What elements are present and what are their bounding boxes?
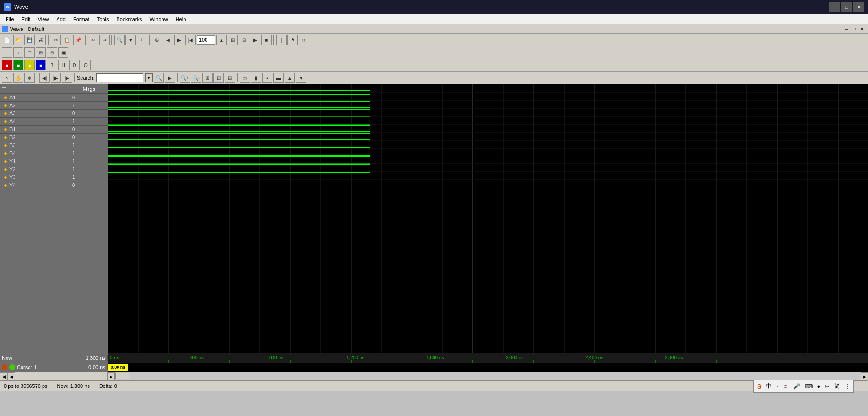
wave-mode6-btn[interactable]: ▼ bbox=[296, 73, 306, 83]
signal-panel-menu[interactable]: ☰ bbox=[2, 86, 6, 91]
new-button[interactable]: 📄 bbox=[2, 35, 12, 45]
print-button[interactable]: 🖨 bbox=[36, 35, 46, 45]
scroll-left-btn[interactable]: ◀ bbox=[0, 372, 7, 381]
fit-btn[interactable]: ⊞ bbox=[228, 35, 238, 45]
menu-bookmarks[interactable]: Bookmarks bbox=[112, 15, 146, 23]
copy-button[interactable]: 📋 bbox=[62, 35, 72, 45]
expand-icon-a1[interactable]: ◆ bbox=[4, 95, 7, 100]
zoom-in-wave-btn[interactable]: 🔍+ bbox=[180, 73, 190, 83]
paste-button[interactable]: 📌 bbox=[73, 35, 83, 45]
open-button[interactable]: 📂 bbox=[13, 35, 23, 45]
sub-restore-button[interactable]: ─ bbox=[843, 26, 850, 32]
filter-btn[interactable]: ▼ bbox=[125, 35, 136, 45]
ime-tool1-item[interactable]: ♦ bbox=[816, 382, 822, 391]
cut-button[interactable]: ✂ bbox=[51, 35, 61, 45]
menu-file[interactable]: File bbox=[2, 15, 18, 23]
expand-btn[interactable]: ⊞ bbox=[36, 47, 46, 58]
ime-mic-item[interactable]: 🎤 bbox=[792, 382, 802, 391]
search-dropdown[interactable]: ▼ bbox=[145, 73, 153, 82]
expand-icon-a4[interactable]: ◆ bbox=[4, 119, 7, 124]
zoom-fit-btn[interactable]: ⊟ bbox=[239, 35, 249, 45]
scroll-right-btn2[interactable]: ▶ bbox=[107, 372, 115, 381]
save-button[interactable]: 💾 bbox=[24, 35, 35, 45]
wave-mode5-btn[interactable]: ▲ bbox=[285, 73, 295, 83]
timeline-area[interactable]: 0 ns 400 ns 800 ns 1,200 ns 1,600 ns 2,0… bbox=[108, 353, 868, 363]
waveform-panel[interactable] bbox=[108, 84, 868, 353]
maximize-button[interactable]: □ bbox=[841, 2, 852, 12]
ime-s-item[interactable]: S bbox=[756, 382, 763, 391]
insert-btn[interactable]: ◀ bbox=[163, 35, 173, 45]
zoom-fit-wave-btn[interactable]: ⊡ bbox=[213, 73, 224, 83]
remove-btn[interactable]: ▶ bbox=[174, 35, 184, 45]
undo-button[interactable]: ↩ bbox=[88, 35, 98, 45]
expand-icon-b3[interactable]: ◆ bbox=[4, 143, 7, 148]
zoom-in-btn[interactable]: + bbox=[137, 35, 147, 45]
signal-down-btn[interactable]: ↓ bbox=[13, 47, 23, 58]
cursor-timeline[interactable]: 0.00 ns bbox=[108, 363, 868, 372]
zoom-up-btn[interactable]: ▲ bbox=[216, 35, 227, 45]
expand-icon-a3[interactable]: ◆ bbox=[4, 111, 7, 116]
step-btn[interactable]: |◀ bbox=[185, 35, 196, 45]
expand-icon-y3[interactable]: ◆ bbox=[4, 175, 7, 179]
find-next-btn[interactable]: ▶ bbox=[165, 73, 175, 83]
sub-maximize-button[interactable]: □ bbox=[851, 26, 858, 32]
next-edge-btn[interactable]: |▶ bbox=[62, 73, 72, 83]
menu-edit[interactable]: Edit bbox=[18, 15, 34, 23]
marker-btn[interactable]: ⚑ bbox=[287, 35, 298, 45]
menu-view[interactable]: View bbox=[34, 15, 53, 23]
signal-top-btn[interactable]: ⇈ bbox=[24, 47, 35, 58]
close-button[interactable]: ✕ bbox=[853, 2, 864, 12]
cursor-btn[interactable]: | bbox=[276, 35, 287, 45]
hand-btn[interactable]: ✋ bbox=[13, 73, 23, 83]
expand-icon-a2[interactable]: ◆ bbox=[4, 103, 7, 108]
wave-btn[interactable]: ≋ bbox=[299, 35, 309, 45]
zoom-region-btn[interactable]: ⊕ bbox=[24, 73, 35, 83]
ime-more-item[interactable]: ⋮ bbox=[843, 382, 852, 391]
menu-window[interactable]: Window bbox=[146, 15, 172, 23]
menu-add[interactable]: Add bbox=[52, 15, 69, 23]
zoom-sel-btn[interactable]: ⊟ bbox=[225, 73, 235, 83]
color-btn[interactable]: ■ bbox=[2, 60, 12, 70]
scroll-right-btn[interactable]: ▶ bbox=[861, 372, 868, 381]
wave-mode2-btn[interactable]: ▮ bbox=[251, 73, 261, 83]
search-input[interactable] bbox=[96, 73, 143, 82]
menu-format[interactable]: Format bbox=[69, 15, 93, 23]
ime-punct-item[interactable]: · bbox=[775, 382, 779, 391]
zoom-full-btn[interactable]: ⊞ bbox=[202, 73, 213, 83]
scroll-thumb[interactable] bbox=[115, 373, 129, 379]
sub-close-button[interactable]: ✕ bbox=[859, 26, 866, 32]
radix-btn[interactable]: B bbox=[47, 60, 57, 70]
redo-button[interactable]: ↪ bbox=[99, 35, 110, 45]
next-trans-btn[interactable]: |▶ bbox=[51, 73, 61, 83]
prev-edge-btn[interactable]: ◀| bbox=[39, 73, 50, 83]
signal-up-btn[interactable]: ↑ bbox=[2, 47, 12, 58]
zoom-out-wave-btn[interactable]: 🔍- bbox=[191, 73, 201, 83]
expand-icon-y4[interactable]: ◆ bbox=[4, 183, 7, 187]
wave-mode4-btn[interactable]: ▬ bbox=[273, 73, 284, 83]
run-btn[interactable]: ▶ bbox=[250, 35, 260, 45]
add-signal-btn[interactable]: ⊕ bbox=[152, 35, 162, 45]
ime-chinese-item[interactable]: 中 bbox=[765, 381, 773, 391]
menu-help[interactable]: Help bbox=[172, 15, 190, 23]
ime-simple-item[interactable]: 简 bbox=[833, 381, 841, 391]
color2-btn[interactable]: ■ bbox=[13, 60, 23, 70]
find-btn[interactable]: 🔍 bbox=[154, 73, 164, 83]
color3-btn[interactable]: ■ bbox=[24, 60, 35, 70]
scroll-track-main[interactable] bbox=[115, 372, 861, 380]
expand-icon-b4[interactable]: ◆ bbox=[4, 151, 7, 156]
search-btn[interactable]: 🔍 bbox=[114, 35, 125, 45]
wave-mode1-btn[interactable]: ▭ bbox=[240, 73, 250, 83]
expand-icon-y2[interactable]: ◆ bbox=[4, 167, 7, 171]
hex-btn[interactable]: H bbox=[58, 60, 68, 70]
menu-tools[interactable]: Tools bbox=[93, 15, 113, 23]
ime-tool2-item[interactable]: ✂ bbox=[824, 382, 831, 391]
wave-mode3-btn[interactable]: ▪ bbox=[262, 73, 272, 83]
group-btn[interactable]: ▣ bbox=[58, 47, 68, 58]
color4-btn[interactable]: ■ bbox=[36, 60, 46, 70]
expand-icon-b1[interactable]: ◆ bbox=[4, 127, 7, 132]
expand-icon-y1[interactable]: ◆ bbox=[4, 159, 7, 163]
scroll-left-btn2[interactable]: ◀ bbox=[7, 372, 15, 381]
stop-btn[interactable]: ■ bbox=[261, 35, 272, 45]
dec-btn[interactable]: D bbox=[69, 60, 80, 70]
pointer-btn[interactable]: ↖ bbox=[2, 73, 12, 83]
